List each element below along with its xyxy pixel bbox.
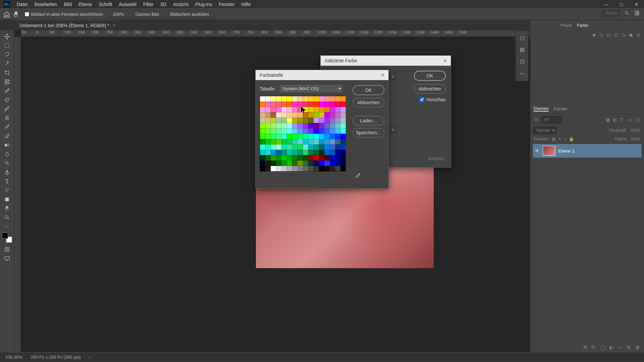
color-swatch[interactable]: [265, 128, 271, 134]
color-swatch[interactable]: [335, 96, 340, 102]
color-swatch[interactable]: [271, 128, 276, 134]
color-swatch[interactable]: [324, 96, 330, 102]
ok-button[interactable]: OK: [353, 85, 384, 95]
group-icon[interactable]: ▭: [618, 345, 623, 350]
color-swatch[interactable]: [319, 123, 324, 128]
menu-item[interactable]: Bearbeiten: [31, 0, 61, 8]
color-swatch[interactable]: [287, 166, 292, 171]
menu-item[interactable]: Hilfe: [238, 0, 254, 8]
filter-type-icon[interactable]: T: [621, 117, 626, 122]
layer-thumbnail[interactable]: [543, 146, 555, 156]
color-swatch[interactable]: [308, 102, 314, 107]
foreground-color-swatch[interactable]: [2, 233, 8, 239]
color-swatch[interactable]: [319, 134, 324, 139]
color-swatch[interactable]: [308, 128, 314, 134]
color-swatch[interactable]: [340, 166, 346, 171]
color-swatch[interactable]: [271, 118, 276, 123]
color-swatch[interactable]: [292, 102, 298, 107]
color-swatch[interactable]: [276, 96, 281, 102]
color-swatch[interactable]: [265, 102, 271, 107]
color-swatch[interactable]: [319, 144, 324, 150]
color-swatch[interactable]: [287, 144, 292, 150]
color-swatch[interactable]: [281, 107, 287, 112]
color-swatch[interactable]: [340, 123, 346, 128]
visibility-icon[interactable]: 👁: [535, 148, 540, 154]
color-swatch[interactable]: [324, 107, 330, 112]
color-table-grid[interactable]: [260, 96, 345, 172]
fx-icon[interactable]: fx: [592, 345, 597, 350]
tab-channels[interactable]: Kanäle: [554, 106, 567, 111]
blend-mode-select[interactable]: Normal: [534, 127, 557, 134]
color-swatches[interactable]: [2, 233, 12, 243]
color-swatch[interactable]: [340, 107, 346, 112]
zoom-100-button[interactable]: 100%: [108, 10, 128, 18]
diamond-icon[interactable]: [614, 33, 619, 38]
color-swatch[interactable]: [330, 118, 335, 123]
color-swatch[interactable]: [319, 139, 324, 144]
trash-icon[interactable]: [636, 33, 641, 38]
edit-toolbar-icon[interactable]: ⋯: [2, 222, 12, 231]
color-swatch[interactable]: [276, 166, 281, 171]
color-swatch[interactable]: [330, 150, 335, 155]
color-swatch[interactable]: [276, 139, 281, 144]
color-swatch[interactable]: [281, 118, 287, 123]
color-swatch[interactable]: [324, 102, 330, 107]
color-swatch[interactable]: [335, 139, 340, 144]
filter-pixel-icon[interactable]: ▦: [606, 117, 611, 122]
color-swatch[interactable]: [281, 155, 287, 161]
menu-item[interactable]: Datei: [13, 0, 31, 8]
workspace-icon[interactable]: [633, 9, 641, 17]
color-swatch[interactable]: [298, 150, 303, 155]
eyedropper-tool-icon[interactable]: [2, 86, 12, 95]
menu-item[interactable]: Schrift: [95, 0, 115, 8]
color-swatch[interactable]: [308, 155, 314, 161]
color-swatch[interactable]: [260, 166, 265, 171]
color-swatch[interactable]: [330, 166, 335, 171]
close-icon[interactable]: ✕: [629, 0, 644, 8]
link-layers-icon[interactable]: ⌘: [583, 345, 588, 350]
color-swatch[interactable]: [303, 166, 308, 171]
color-swatch[interactable]: [314, 123, 319, 128]
close-icon[interactable]: ✕: [442, 58, 448, 64]
color-swatch[interactable]: [265, 123, 271, 128]
color-swatch[interactable]: [340, 134, 346, 139]
color-swatch[interactable]: [330, 96, 335, 102]
filter-adjust-icon[interactable]: ◐: [613, 117, 619, 122]
color-swatch[interactable]: [292, 161, 298, 166]
circle-fill-icon[interactable]: [592, 33, 596, 38]
history-brush-icon[interactable]: [2, 122, 12, 131]
color-swatch[interactable]: [260, 155, 265, 161]
color-swatch[interactable]: [287, 161, 292, 166]
color-swatch[interactable]: [314, 161, 319, 166]
color-swatch[interactable]: [319, 112, 324, 118]
color-swatch[interactable]: [335, 144, 340, 150]
marquee-tool-icon[interactable]: [2, 41, 12, 50]
color-swatch[interactable]: [340, 161, 346, 166]
menu-item[interactable]: Ansicht: [170, 0, 192, 8]
menu-item[interactable]: Ebene: [75, 0, 95, 8]
color-swatch[interactable]: [265, 96, 271, 102]
search-icon[interactable]: [534, 117, 539, 122]
color-swatch[interactable]: [287, 150, 292, 155]
color-swatch[interactable]: [314, 155, 319, 161]
color-swatch[interactable]: [287, 155, 292, 161]
layer-filter-input[interactable]: [542, 116, 562, 123]
color-swatch[interactable]: [330, 128, 335, 134]
color-swatch[interactable]: [287, 128, 292, 134]
color-swatch[interactable]: [281, 139, 287, 144]
document-info[interactable]: 250 Px x 168 Px (300 ppi): [31, 355, 81, 360]
color-swatch[interactable]: [265, 155, 271, 161]
color-swatch[interactable]: [265, 150, 271, 155]
chevron-down-icon[interactable]: ▾: [389, 126, 396, 133]
color-swatch[interactable]: [271, 134, 276, 139]
menu-item[interactable]: 3D: [157, 0, 170, 8]
color-swatch[interactable]: [308, 150, 314, 155]
color-swatch[interactable]: [340, 102, 346, 107]
lock-all-icon[interactable]: ▦: [552, 137, 555, 141]
color-swatch[interactable]: [292, 134, 298, 139]
layer-row[interactable]: 👁 Ebene 1: [533, 144, 641, 158]
color-swatch[interactable]: [265, 139, 271, 144]
menu-item[interactable]: Filter: [140, 0, 157, 8]
close-icon[interactable]: ×: [113, 23, 115, 28]
color-swatch[interactable]: [281, 144, 287, 150]
